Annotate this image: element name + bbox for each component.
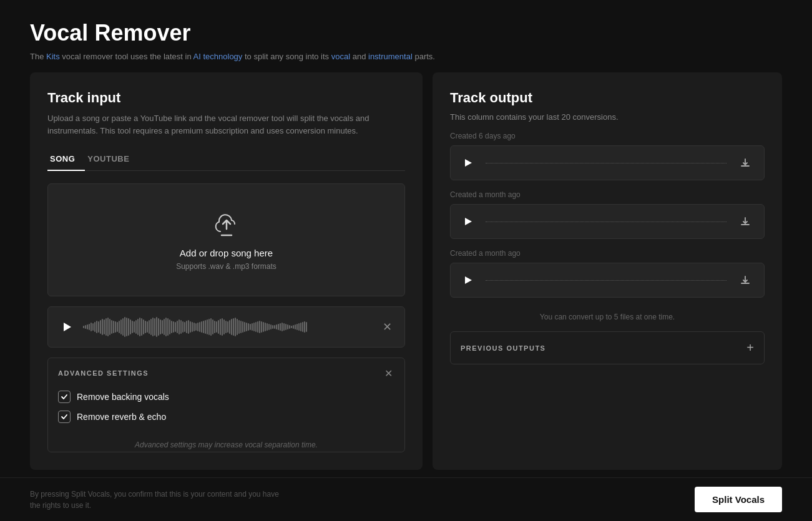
tab-song[interactable]: SONG [47, 149, 85, 171]
drop-zone-title: Add or drop song here [61, 248, 392, 258]
tab-youtube[interactable]: YOUTUBE [85, 149, 139, 171]
advanced-settings-panel: ADVANCED SETTINGS ✕ Remove backing vocal… [47, 358, 405, 452]
track-input-description: Upload a song or paste a YouTube link an… [47, 112, 405, 137]
upload-icon [212, 209, 242, 239]
svg-marker-1 [465, 159, 472, 167]
previous-outputs-section: PREVIOUS OUTPUTS + [450, 331, 765, 364]
track-input-panel: Track input Upload a song or paste a You… [30, 72, 423, 470]
remove-backing-vocals-checkbox[interactable] [58, 391, 71, 403]
output-download-button-1[interactable] [736, 154, 754, 172]
remove-reverb-echo-checkbox[interactable] [58, 411, 71, 423]
track-output-panel: Track output This column contains your l… [433, 72, 782, 470]
track-input-title: Track input [47, 90, 405, 106]
drop-zone-subtitle: Supports .wav & .mp3 formats [61, 262, 392, 271]
output-timestamp-1: Created 6 days ago [450, 132, 765, 140]
output-timestamp-3: Created a month ago [450, 249, 765, 258]
output-download-button-2[interactable] [736, 213, 754, 230]
previous-outputs-expand-button[interactable]: + [746, 341, 754, 355]
output-play-button-1[interactable] [461, 155, 476, 170]
output-waveform-1 [483, 153, 729, 172]
waveform-close-button[interactable]: ✕ [379, 319, 394, 334]
advanced-settings-close-button[interactable]: ✕ [382, 367, 394, 379]
svg-marker-2 [465, 218, 472, 225]
svg-marker-3 [465, 276, 472, 284]
remove-backing-vocals-label: Remove backing vocals [77, 392, 169, 402]
svg-marker-0 [64, 323, 71, 331]
output-description: This column contains your last 20 conver… [450, 112, 765, 122]
page-title: Vocal Remover [30, 20, 782, 46]
remove-reverb-echo-label: Remove reverb & echo [77, 412, 166, 422]
previous-outputs-title: PREVIOUS OUTPUTS [461, 344, 545, 352]
waveform-play-button[interactable] [58, 318, 76, 336]
waveform-display [83, 314, 372, 339]
remove-backing-vocals-option[interactable]: Remove backing vocals [58, 391, 394, 403]
waveform-player: ✕ [47, 306, 405, 348]
remove-reverb-echo-option[interactable]: Remove reverb & echo [58, 411, 394, 423]
output-timestamp-2: Created a month ago [450, 190, 765, 199]
page-footer: By pressing Split Vocals, you confirm th… [0, 477, 812, 521]
output-player-1 [450, 145, 765, 180]
track-output-title: Track output [450, 90, 765, 106]
output-play-button-2[interactable] [461, 214, 476, 229]
output-waveform-3 [483, 271, 729, 290]
drop-zone[interactable]: Add or drop song here Supports .wav & .m… [47, 183, 405, 296]
page-subtitle: The Kits vocal remover tool uses the lat… [30, 51, 782, 62]
split-vocals-button[interactable]: Split Vocals [695, 487, 782, 512]
output-player-2 [450, 204, 765, 239]
advanced-settings-title: ADVANCED SETTINGS [58, 369, 149, 377]
output-play-button-3[interactable] [461, 273, 476, 288]
advanced-settings-note: Advanced settings may increase vocal sep… [48, 433, 404, 452]
footer-disclaimer: By pressing Split Vocals, you confirm th… [30, 489, 280, 511]
convert-limit-text: You can convert up to 5 files at one tim… [450, 308, 765, 331]
track-input-tabs: SONG YOUTUBE [47, 149, 405, 171]
output-download-button-3[interactable] [736, 271, 754, 289]
output-waveform-2 [483, 212, 729, 231]
output-player-3 [450, 263, 765, 298]
